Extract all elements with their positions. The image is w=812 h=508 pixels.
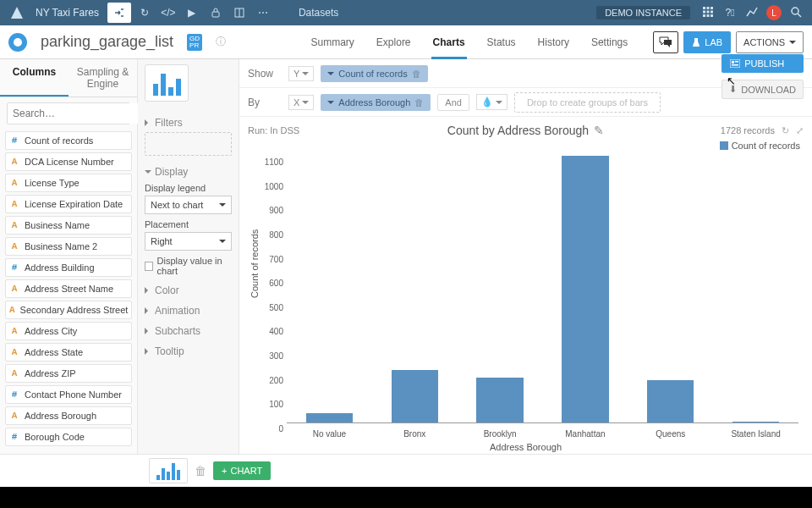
filters-section[interactable]: Filters [145,117,232,129]
y-tick: 0 [263,424,283,433]
y-tick: 600 [263,279,283,288]
add-chart-button[interactable]: + CHART [213,461,271,480]
tab-history[interactable]: History [536,25,571,59]
x-tick: Staten Island [731,429,780,439]
column-name: Count of records [25,135,93,146]
tab-charts[interactable]: Charts [431,25,467,59]
actions-button[interactable]: ACTIONS [736,31,804,53]
breadcrumb[interactable]: Datasets [299,7,338,19]
flow-icon[interactable] [107,3,131,23]
tab-explore[interactable]: Explore [375,25,413,59]
left-tab-columns[interactable]: Columns [0,59,69,97]
lock-icon[interactable] [204,0,228,25]
column-item[interactable]: AAddress Street Name [5,279,132,298]
column-item[interactable]: AAddress City [5,322,132,340]
run-location-label: Run: In DSS [248,125,299,135]
column-item[interactable]: ADCA License Number [5,152,132,171]
instance-badge: DEMO INSTANCE [596,6,690,19]
app-logo-icon[interactable] [10,6,24,19]
dataset-header: parking_garage_list GDPR ⓘ Summary Explo… [0,25,812,59]
delete-chart-icon[interactable]: 🗑 [195,464,206,478]
remove-dimension-icon[interactable]: 🗑 [414,97,424,108]
bar[interactable] [647,380,694,422]
color-drop-icon[interactable]: 💧 [476,94,508,110]
column-search[interactable]: 🔍 [7,102,130,124]
bar[interactable] [306,413,353,422]
show-config-row: Show Y Count of records 🗑 PUBLISH ↖ [239,59,812,88]
column-item[interactable]: ASecondary Address Street Name [5,301,132,319]
code-icon[interactable]: </> [156,0,180,25]
display-section[interactable]: Display [145,166,232,178]
dashboard-icon[interactable] [228,0,251,25]
refresh-chart-icon[interactable]: ↻ [782,125,789,136]
svg-rect-10 [707,14,710,17]
publish-button[interactable]: PUBLISH [721,54,804,73]
search-icon[interactable] [785,6,807,20]
remove-measure-icon[interactable]: 🗑 [412,69,421,79]
help-icon[interactable]: ?⃝ [719,7,741,19]
column-item[interactable]: #Address Building [5,258,132,277]
column-list: #Count of recordsADCA License NumberALic… [0,130,137,450]
placement-select[interactable]: Right [145,232,232,251]
bar[interactable] [732,422,779,422]
x-axis-selector[interactable]: X [288,95,314,110]
placement-label: Placement [145,219,232,229]
x-dimension-pill[interactable]: Address Borough 🗑 [321,94,431,111]
column-name: Contact Phone Number [25,389,122,400]
column-item[interactable]: ABusiness Name 2 [5,237,132,256]
bar[interactable] [476,378,523,422]
svg-rect-8 [710,10,713,13]
dataset-tabs: Summary Explore Charts Status History Se… [310,25,630,59]
color-section[interactable]: Color [145,284,232,296]
column-item[interactable]: ALicense Expiration Date [5,195,132,213]
column-item[interactable]: AAddress Borough [5,406,132,425]
tab-status[interactable]: Status [486,25,518,59]
animation-section[interactable]: Animation [145,305,232,317]
tab-summary[interactable]: Summary [310,25,356,59]
svg-rect-15 [732,61,734,64]
chart-type-thumbnail[interactable] [145,64,189,102]
column-item[interactable]: AAddress ZIP [5,364,132,383]
discuss-icon[interactable] [653,31,678,53]
bar[interactable] [392,370,438,422]
display-value-checkbox[interactable]: Display value in chart [145,256,232,276]
play-icon[interactable]: ▶ [180,0,204,25]
edit-title-icon[interactable]: ✎ [594,124,604,137]
column-item[interactable]: AAddress State [5,343,132,362]
x-tick: Manhattan [565,429,605,439]
apps-icon[interactable] [697,6,719,20]
svg-rect-7 [707,10,710,13]
filters-dropzone[interactable] [145,132,232,156]
column-item[interactable]: ALicense Type [5,174,132,192]
text-type-icon: A [9,220,19,230]
y-axis-selector[interactable]: Y [288,66,314,81]
tooltip-section[interactable]: Tooltip [145,345,232,357]
expand-chart-icon[interactable]: ⤢ [796,125,804,136]
actions-button-label: ACTIONS [743,37,785,47]
numeric-type-icon: # [9,389,19,400]
refresh-icon[interactable]: ↻ [133,0,156,25]
column-item[interactable]: ABusiness Name [5,216,132,235]
column-item[interactable]: #Borough Code [5,428,132,446]
legend-mode-select[interactable]: Next to chart [145,196,232,214]
y-tick: 1100 [263,157,283,167]
y-measure-pill[interactable]: Count of records 🗑 [321,65,427,82]
column-name: Address State [25,347,83,357]
project-name[interactable]: NY Taxi Fares [29,7,106,19]
bar[interactable] [562,156,608,422]
column-name: Borough Code [25,432,85,442]
left-tab-sampling[interactable]: Sampling & Engine [69,59,137,97]
chart-thumbnail[interactable] [149,458,188,483]
column-item[interactable]: #Contact Phone Number [5,385,132,404]
avatar[interactable]: L [766,5,782,20]
chart-plot: Count of records Address Borough 0100200… [248,152,804,454]
more-icon[interactable]: ⋯ [251,0,275,25]
column-search-input[interactable] [8,103,145,124]
subcharts-section[interactable]: Subcharts [145,325,232,337]
tab-settings[interactable]: Settings [590,25,629,59]
group-dropzone[interactable]: Drop to create groups of bars [514,92,661,113]
info-icon[interactable]: ⓘ [216,35,226,49]
lab-button[interactable]: LAB [683,31,731,53]
column-item[interactable]: #Count of records [5,131,132,150]
activity-icon[interactable] [741,6,763,20]
